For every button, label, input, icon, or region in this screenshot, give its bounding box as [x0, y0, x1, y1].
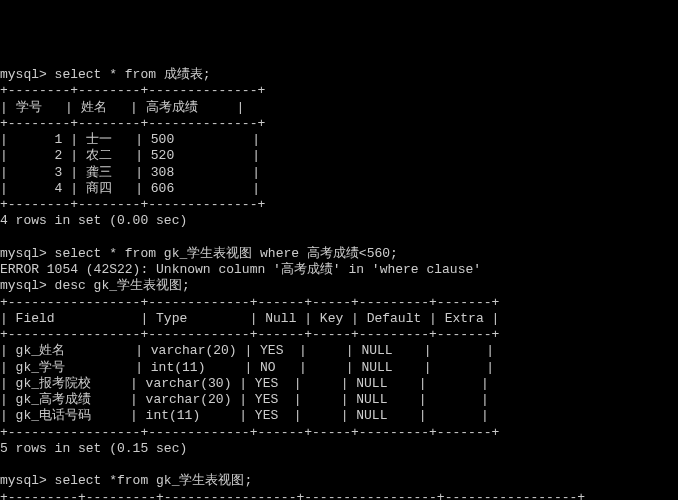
- table-header: | 学号 | 姓名 | 高考成绩 |: [0, 100, 244, 115]
- table-header: | Field | Type | Null | Key | Default | …: [0, 311, 499, 326]
- mysql-prompt: mysql>: [0, 473, 55, 488]
- table-border: +--------+--------+--------------+: [0, 116, 265, 131]
- prompt-line[interactable]: mysql> desc gk_学生表视图;: [0, 278, 190, 293]
- table-row: | gk_学号 | int(11) | NO | | NULL | |: [0, 360, 494, 375]
- table-row: | gk_报考院校 | varchar(30) | YES | | NULL |…: [0, 376, 489, 391]
- table-row: | gk_电话号码 | int(11) | YES | | NULL | |: [0, 408, 489, 423]
- status-text: 5 rows in set (0.15 sec): [0, 441, 187, 456]
- prompt-line[interactable]: mysql> select * from gk_学生表视图 where 高考成绩…: [0, 246, 398, 261]
- table-row: | 4 | 商四 | 606 |: [0, 181, 260, 196]
- table-border: +-----------------+-------------+------+…: [0, 327, 499, 342]
- table-row: | 1 | 士一 | 500 |: [0, 132, 260, 147]
- sql-query: select *from gk_学生表视图;: [55, 473, 253, 488]
- table-row: | gk_高考成绩 | varchar(20) | YES | | NULL |…: [0, 392, 489, 407]
- blank-line: [0, 457, 8, 472]
- table-row: | 3 | 龚三 | 308 |: [0, 165, 260, 180]
- mysql-prompt: mysql>: [0, 246, 55, 261]
- table-row: | 2 | 农二 | 520 |: [0, 148, 260, 163]
- table-border: +---------+---------+-----------------+-…: [0, 490, 585, 501]
- sql-query: select * from gk_学生表视图 where 高考成绩<560;: [55, 246, 398, 261]
- status-text: 4 rows in set (0.00 sec): [0, 213, 187, 228]
- table-border: +-----------------+-------------+------+…: [0, 295, 499, 310]
- mysql-prompt: mysql>: [0, 278, 55, 293]
- prompt-line[interactable]: mysql> select * from 成绩表;: [0, 67, 211, 82]
- mysql-prompt: mysql>: [0, 67, 55, 82]
- table-row: | gk_姓名 | varchar(20) | YES | | NULL | |: [0, 343, 494, 358]
- table-border: +--------+--------+--------------+: [0, 83, 265, 98]
- prompt-line[interactable]: mysql> select *from gk_学生表视图;: [0, 473, 252, 488]
- sql-query: select * from 成绩表;: [55, 67, 211, 82]
- blank-line: [0, 230, 8, 245]
- table-border: +--------+--------+--------------+: [0, 197, 265, 212]
- sql-query: desc gk_学生表视图;: [55, 278, 190, 293]
- table-border: +-----------------+-------------+------+…: [0, 425, 499, 440]
- terminal-output: mysql> select * from 成绩表; +--------+----…: [0, 51, 678, 500]
- error-message: ERROR 1054 (42S22): Unknown column '高考成绩…: [0, 262, 481, 277]
